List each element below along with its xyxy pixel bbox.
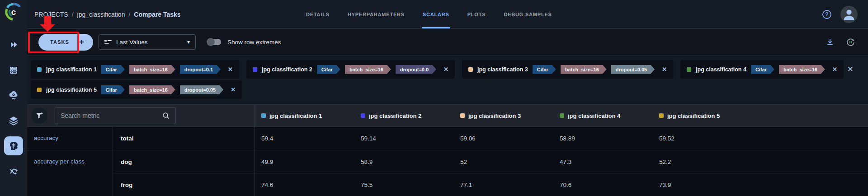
value-cell: 59.52 bbox=[652, 127, 752, 150]
tab-scalars[interactable]: SCALARS bbox=[422, 0, 450, 28]
sidebar: c bbox=[0, 0, 27, 196]
clearml-logo-icon[interactable]: c bbox=[4, 2, 24, 22]
tab-bar: DETAILSHYPERPARAMETERSSCALARSPLOTSDEBUG … bbox=[305, 0, 553, 28]
value-cell: 77.1 bbox=[453, 173, 553, 196]
variant-cell: frog bbox=[113, 173, 255, 196]
download-icon[interactable] bbox=[826, 38, 834, 46]
show-row-extremes-label: Show row extremes bbox=[227, 39, 281, 46]
search-metric-input[interactable] bbox=[61, 112, 162, 119]
datasets-layers-icon bbox=[9, 116, 19, 126]
value-cell: 59.4 bbox=[255, 127, 354, 150]
tab-hyperparameters[interactable]: HYPERPARAMETERS bbox=[347, 0, 406, 28]
value-cell: 73.9 bbox=[652, 173, 752, 196]
sidebar-item-projects-active[interactable] bbox=[4, 136, 23, 155]
pipelines-icon bbox=[9, 166, 19, 176]
values-mode-dropdown[interactable]: Last Values ▾ bbox=[99, 34, 196, 50]
filter-button[interactable] bbox=[31, 107, 47, 124]
row-filler bbox=[752, 127, 868, 150]
remove-task-icon[interactable]: ✕ bbox=[832, 66, 837, 73]
values-mode-value: Last Values bbox=[116, 39, 187, 46]
value-cell: 74.6 bbox=[255, 173, 354, 196]
task-color-swatch bbox=[468, 67, 473, 72]
app-header: PROJECTS/jpg_classification/Compare Task… bbox=[27, 0, 868, 29]
value-cell: 47.3 bbox=[553, 150, 652, 173]
task-chip-card[interactable]: jpg classification 5Cifarbatch_size=16dr… bbox=[31, 80, 242, 99]
table-columns: jpg classification 1jpg classification 2… bbox=[255, 105, 752, 126]
search-icon bbox=[162, 112, 170, 120]
show-row-extremes-toggle[interactable] bbox=[208, 39, 221, 45]
sidebar-item-autoscalers[interactable] bbox=[4, 86, 23, 105]
task-chip-row: jpg classification 1Cifarbatch_size=16dr… bbox=[31, 60, 868, 79]
column-header: jpg classification 4 bbox=[553, 105, 652, 126]
annotation-highlight-box bbox=[28, 32, 79, 53]
main-area: PROJECTS/jpg_classification/Compare Task… bbox=[27, 0, 868, 196]
sidebar-item-pipelines[interactable] bbox=[4, 162, 23, 181]
column-header: jpg classification 2 bbox=[354, 105, 453, 126]
task-tag: Cifar bbox=[751, 65, 774, 74]
annotation-arrow-shaft bbox=[44, 16, 51, 25]
tab-plots[interactable]: PLOTS bbox=[467, 0, 487, 28]
column-header: jpg classification 1 bbox=[255, 105, 354, 126]
breadcrumb-item[interactable]: Compare Tasks bbox=[134, 11, 180, 18]
value-cell: 52.2 bbox=[652, 150, 752, 173]
remove-task-icon[interactable]: ✕ bbox=[228, 66, 233, 73]
header-icons: ? bbox=[822, 5, 868, 23]
task-name: jpg classification 5 bbox=[46, 87, 97, 93]
tab-debug-samples[interactable]: DEBUG SAMPLES bbox=[503, 0, 552, 28]
task-chips: jpg classification 1Cifarbatch_size=16dr… bbox=[31, 60, 868, 99]
help-icon[interactable]: ? bbox=[822, 9, 832, 19]
close-all-icon[interactable]: ✕ bbox=[847, 65, 854, 74]
task-tag: dropout=0.0 bbox=[396, 65, 436, 74]
table-header-left bbox=[27, 105, 255, 126]
metric-link[interactable]: accuracy per class bbox=[27, 150, 113, 196]
task-chip-row: jpg classification 5Cifarbatch_size=16dr… bbox=[31, 80, 868, 99]
auto-refresh-icon[interactable] bbox=[846, 37, 855, 47]
metric-link[interactable]: accuracy bbox=[27, 127, 113, 150]
task-color-swatch bbox=[687, 67, 691, 72]
task-chip-card[interactable]: jpg classification 2Cifarbatch_size=16dr… bbox=[246, 60, 455, 79]
toggle-knob bbox=[207, 38, 215, 46]
task-name: jpg classification 3 bbox=[477, 66, 528, 73]
autoscaler-cloud-gear-icon bbox=[8, 90, 19, 100]
double-chevron-right-icon bbox=[9, 40, 18, 49]
task-color-swatch bbox=[659, 113, 664, 118]
task-chip-card[interactable]: jpg classification 3Cifarbatch_size=16dr… bbox=[462, 60, 673, 79]
column-label: jpg classification 5 bbox=[667, 112, 720, 119]
tab-details[interactable]: DETAILS bbox=[305, 0, 330, 28]
breadcrumb-item[interactable]: jpg_classification bbox=[77, 11, 125, 18]
svg-text:c: c bbox=[11, 7, 16, 17]
task-color-swatch bbox=[37, 67, 42, 72]
remove-task-icon[interactable]: ✕ bbox=[662, 66, 667, 73]
task-tag: batch_size=16 bbox=[345, 65, 391, 74]
task-tag: batch_size=16 bbox=[129, 85, 175, 94]
sidebar-item-datasets[interactable] bbox=[4, 111, 23, 130]
task-tag: Cifar bbox=[101, 65, 125, 74]
svg-text:?: ? bbox=[825, 11, 828, 18]
search-metric-field[interactable] bbox=[55, 107, 176, 124]
task-tag: dropout=0.05 bbox=[611, 65, 655, 74]
breadcrumb-item[interactable]: PROJECTS bbox=[34, 11, 68, 18]
task-name: jpg classification 2 bbox=[262, 66, 312, 73]
task-name: jpg classification 4 bbox=[696, 66, 746, 73]
sidebar-item-getting-started[interactable] bbox=[4, 35, 23, 54]
task-chip-card[interactable]: jpg classification 4Cifarbatch_size=16✕ bbox=[680, 60, 844, 79]
task-color-swatch bbox=[37, 88, 42, 92]
add-task-button[interactable]: + bbox=[78, 37, 93, 47]
profile-avatar-icon[interactable] bbox=[840, 5, 858, 23]
variant-cell: dog bbox=[113, 150, 255, 173]
remove-task-icon[interactable]: ✕ bbox=[231, 86, 236, 93]
sidebar-item-workers-queues[interactable] bbox=[4, 61, 23, 79]
breadcrumb-separator: / bbox=[72, 11, 74, 18]
value-cell: 75.5 bbox=[354, 173, 453, 196]
value-cell: 49.9 bbox=[255, 150, 354, 173]
chevron-down-icon: ▾ bbox=[187, 39, 190, 45]
value-cell: 58.89 bbox=[553, 127, 652, 150]
value-cell: 52 bbox=[453, 150, 553, 173]
task-chips-section: jpg classification 1Cifarbatch_size=16dr… bbox=[27, 56, 868, 105]
value-cell: 70.6 bbox=[553, 173, 652, 196]
task-color-swatch bbox=[560, 113, 564, 118]
task-chip-card[interactable]: jpg classification 1Cifarbatch_size=16dr… bbox=[31, 60, 239, 79]
column-label: jpg classification 3 bbox=[468, 112, 521, 119]
remove-task-icon[interactable]: ✕ bbox=[443, 66, 448, 73]
task-color-swatch bbox=[261, 113, 266, 118]
